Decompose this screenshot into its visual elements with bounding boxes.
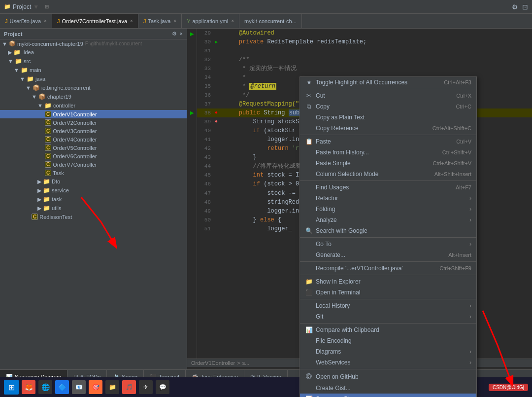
split-icon[interactable]: ⊡ — [522, 3, 528, 11]
ctx-folding[interactable]: Folding › — [300, 204, 476, 215]
ctx-open-github[interactable]: ⑬ Open on GitHub — [300, 370, 476, 383]
code-line-30: 30 ▶ private RedisTemplate redisTemplate… — [197, 37, 532, 46]
ctx-sep-4 — [300, 237, 476, 238]
tree-OrderV6Controller[interactable]: C OrderV6Controller — [0, 152, 187, 160]
code-line-31: 31 — [197, 46, 532, 55]
ctx-copy[interactable]: ⧉ Copy Ctrl+C — [300, 101, 476, 112]
tab-mykit[interactable]: mykit-concurrent-ch... — [239, 14, 302, 29]
ctx-toggle-highlight[interactable]: ★ Toggle Highlight of All Occurrences Ct… — [300, 77, 476, 88]
ctx-analyze[interactable]: Analyze › — [300, 215, 476, 225]
ctx-goto[interactable]: Go To › — [300, 239, 476, 250]
tree-service[interactable]: ▶ 📁 service — [0, 186, 187, 195]
tree-OrderV3Controller[interactable]: C OrderV3Controller — [0, 127, 187, 135]
terminal-ctx-icon: ⬛ — [305, 289, 313, 296]
sidebar-header: Project ⚙ × — [0, 29, 187, 39]
ctx-paste[interactable]: 📋 Paste Ctrl+V — [300, 136, 476, 147]
ctx-sep-6 — [300, 275, 476, 275]
compare-icon: 📊 — [305, 326, 313, 333]
taskbar-icon-4[interactable]: 📧 — [72, 380, 86, 394]
ctx-local-history[interactable]: Local History › — [300, 300, 476, 311]
taskbar-icon-9[interactable]: 💬 — [156, 380, 169, 394]
ctx-webservices[interactable]: WebServices › — [300, 357, 476, 368]
ctx-diagrams[interactable]: Diagrams › — [300, 346, 476, 357]
tab-OrderV7ControllerTest[interactable]: J OrderV7ControllerTest.java × — [52, 14, 138, 29]
sidebar-settings-icon[interactable]: ⚙ — [172, 31, 177, 37]
ctx-show-explorer[interactable]: 📁 Show in Explorer — [300, 276, 476, 287]
tree-main[interactable]: ▼ 📁 main — [0, 66, 187, 74]
tab-Task[interactable]: J Task.java × — [138, 14, 182, 29]
ctx-copy-plain[interactable]: Copy as Plain Text — [300, 112, 476, 123]
windows-start[interactable]: ⊞ — [4, 380, 19, 395]
ctx-sep-2 — [300, 135, 476, 135]
tree-OrderV1Controller[interactable]: C OrderV1Controller — [0, 110, 187, 118]
ctx-git[interactable]: Git › — [300, 311, 476, 322]
ctx-sep-7 — [300, 299, 476, 299]
code-line-29: 29 @Autowired — [197, 29, 532, 37]
run-icon2[interactable]: ▶ — [190, 108, 194, 117]
tree-task[interactable]: ▶ 📁 task — [0, 195, 187, 204]
ctx-sep-3 — [300, 180, 476, 181]
code-line-33: 33 * 超卖的第一种情况 — [197, 64, 532, 73]
ctx-search-google[interactable]: 🔍 Search with Google — [300, 225, 476, 236]
taskbar-icon-5[interactable]: 🎯 — [89, 380, 102, 394]
sidebar-close-icon[interactable]: × — [180, 31, 183, 37]
csdn-badge[interactable]: CSDN@OldGj — [489, 384, 528, 391]
tree-OrderV4Controller[interactable]: C OrderV4Controller — [0, 135, 187, 144]
ctx-sep-8 — [300, 323, 476, 324]
ctx-sep-5 — [300, 261, 476, 262]
tree-chapter19[interactable]: ▼ 📦 chapter19 — [0, 92, 187, 101]
taskbar-icon-6[interactable]: 📁 — [105, 380, 119, 394]
tree-OrderV7Controller[interactable]: C OrderV7Controller — [0, 160, 187, 169]
ctx-find-usages[interactable]: Find Usages Alt+F7 — [300, 182, 476, 193]
tree-src[interactable]: ▼ 📁 src — [0, 57, 187, 66]
highlight-icon: ★ — [305, 79, 313, 86]
tree-java[interactable]: ▼ 📁 java — [0, 74, 187, 83]
tab-application[interactable]: Y application.yml × — [182, 14, 239, 29]
taskbar-icon-2[interactable]: 🌐 — [38, 380, 52, 394]
breadcrumb-method: s... — [242, 360, 250, 366]
ctx-cut[interactable]: ✂ Cut Ctrl+X — [300, 90, 476, 101]
ctx-file-encoding[interactable]: File Encoding — [300, 335, 476, 346]
paste-icon: 📋 — [305, 138, 313, 145]
breadcrumb-controller: OrderV1Controller — [191, 360, 235, 366]
tree-controller-folder[interactable]: ▼ 📁 controller — [0, 101, 187, 110]
ctx-open-terminal[interactable]: ⬛ Open in Terminal — [300, 287, 476, 298]
tabbar: J UserDto.java × J OrderV7ControllerTest… — [0, 14, 532, 29]
taskbar-icon-8[interactable]: ✈ — [139, 380, 153, 394]
github-icon: ⑬ — [305, 372, 313, 381]
ctx-sep-1 — [300, 89, 476, 89]
tree-Dto[interactable]: ▶ 📁 Dto — [0, 177, 187, 186]
ctx-compare-clipboard[interactable]: 📊 Compare with Clipboard — [300, 325, 476, 335]
cut-icon: ✂ — [305, 92, 313, 99]
sidebar-title: Project — [4, 31, 22, 37]
context-menu: ★ Toggle Highlight of All Occurrences Ct… — [299, 76, 477, 397]
tree-OrderV2Controller[interactable]: C OrderV2Controller — [0, 118, 187, 127]
project-label[interactable]: Project — [13, 3, 31, 10]
copy-icon: ⧉ — [305, 103, 313, 110]
taskbar-icon-1[interactable]: 🦊 — [22, 380, 35, 394]
tree-RedissonTest[interactable]: C RedissonTest — [0, 213, 187, 221]
taskbar-icon-7[interactable]: 🎵 — [122, 380, 136, 394]
tree-idea[interactable]: ▶ 📁 .idea — [0, 48, 187, 57]
ctx-sequence-diagram[interactable]: 📈 Sequence Diagram... — [300, 394, 476, 397]
tree-package[interactable]: ▼ 📦 io.binghe.concurrent — [0, 83, 187, 92]
ctx-paste-history[interactable]: Paste from History... Ctrl+Shift+V — [300, 147, 476, 158]
ctx-paste-simple[interactable]: Paste Simple Ctrl+Alt+Shift+V — [300, 158, 476, 169]
tree-Task[interactable]: C Task — [0, 169, 187, 177]
ctx-refactor[interactable]: Refactor › — [300, 193, 476, 204]
tree-OrderV5Controller[interactable]: C OrderV5Controller — [0, 144, 187, 152]
ctx-column-select[interactable]: Column Selection Mode Alt+Shift+Insert — [300, 169, 476, 180]
sidebar: Project ⚙ × ▼ 📦 mykit-concurrent-chapter… — [0, 29, 187, 369]
run-icon[interactable]: ▶ — [190, 30, 194, 38]
code-line-32: 32 /** — [197, 55, 532, 64]
settings-icon[interactable]: ⚙ — [512, 3, 518, 11]
ctx-copy-ref[interactable]: Copy Reference Ctrl+Alt+Shift+C — [300, 123, 476, 134]
ctx-recompile[interactable]: Recompile '...erV1Controller.java' Ctrl+… — [300, 263, 476, 274]
ctx-create-gist[interactable]: Create Gist... — [300, 383, 476, 394]
taskbar-icon-3[interactable]: 🔷 — [55, 380, 69, 394]
tree-utils[interactable]: ▶ 📁 utils — [0, 204, 187, 213]
ctx-generate[interactable]: Generate... Alt+Insert — [300, 250, 476, 260]
tree-root[interactable]: ▼ 📦 mykit-concurrent-chapter19 F:\github… — [0, 39, 187, 48]
tab-UserDto[interactable]: J UserDto.java × — [0, 14, 52, 29]
ctx-sep-9 — [300, 369, 476, 369]
